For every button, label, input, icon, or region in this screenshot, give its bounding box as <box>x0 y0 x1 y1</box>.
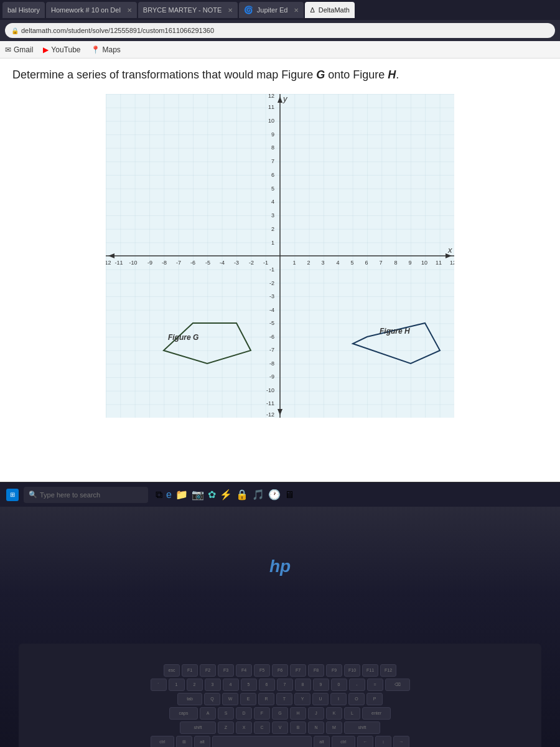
bookmark-gmail-label: Gmail <box>14 45 33 54</box>
bookmark-youtube[interactable]: ▶ YouTube <box>43 45 80 54</box>
edge-icon[interactable]: e <box>166 489 172 500</box>
key-m[interactable]: M <box>326 721 342 734</box>
key-right[interactable]: → <box>393 736 409 748</box>
key-2[interactable]: 2 <box>187 679 203 691</box>
audio-icon[interactable]: 🎵 <box>252 489 264 500</box>
monitor-icon[interactable]: 🖥 <box>284 489 294 500</box>
tab-homework-close[interactable]: ✕ <box>127 7 132 14</box>
key-z[interactable]: Z <box>218 721 234 734</box>
key-equal[interactable]: = <box>367 679 383 691</box>
key-f8[interactable]: F8 <box>308 664 324 677</box>
key-h[interactable]: H <box>290 707 306 720</box>
key-r[interactable]: R <box>258 693 274 705</box>
key-c[interactable]: C <box>254 721 270 734</box>
key-win[interactable]: ⊞ <box>176 736 192 748</box>
key-j[interactable]: J <box>308 707 324 720</box>
key-shift-r[interactable]: shift <box>344 721 380 734</box>
key-o[interactable]: O <box>348 693 365 705</box>
svg-text:-4: -4 <box>220 260 225 266</box>
key-b[interactable]: B <box>290 721 306 734</box>
key-f6[interactable]: F6 <box>272 664 288 677</box>
key-v[interactable]: V <box>272 721 288 734</box>
key-minus[interactable]: - <box>349 679 365 691</box>
key-g[interactable]: G <box>272 707 288 720</box>
key-s[interactable]: S <box>218 707 234 720</box>
search-input[interactable] <box>40 491 139 499</box>
key-e[interactable]: E <box>240 693 256 705</box>
taskview-icon[interactable]: ⧉ <box>156 489 162 500</box>
key-up-down[interactable]: ↕ <box>375 736 391 748</box>
key-7[interactable]: 7 <box>277 679 293 691</box>
key-ctrl-l[interactable]: ctrl <box>151 736 174 748</box>
key-d[interactable]: D <box>236 707 252 720</box>
key-f[interactable]: F <box>254 707 270 720</box>
key-w[interactable]: W <box>222 693 238 705</box>
key-y[interactable]: Y <box>294 693 310 705</box>
key-f11[interactable]: F11 <box>362 664 378 677</box>
key-5[interactable]: 5 <box>241 679 257 691</box>
file-explorer-icon[interactable]: 📁 <box>175 489 188 500</box>
key-f2[interactable]: F2 <box>200 664 216 677</box>
bookmark-youtube-label: YouTube <box>51 45 80 54</box>
address-bar[interactable]: 🔒 deltamath.com/student/solve/12555891/c… <box>5 23 555 38</box>
lock-icon[interactable]: 🔒 <box>236 489 248 500</box>
key-enter[interactable]: enter <box>362 707 391 720</box>
tab-notes[interactable]: BRYCE MARTEY - NOTE ✕ <box>138 2 238 18</box>
key-ctrl-r[interactable]: ctrl <box>332 736 355 748</box>
key-t[interactable]: T <box>276 693 292 705</box>
key-9[interactable]: 9 <box>313 679 329 691</box>
key-caps[interactable]: caps <box>169 707 198 720</box>
key-8[interactable]: 8 <box>295 679 311 691</box>
key-n[interactable]: N <box>308 721 324 734</box>
key-backtick[interactable]: ` <box>151 679 167 691</box>
key-left[interactable]: ← <box>357 736 373 748</box>
key-q[interactable]: Q <box>204 693 220 705</box>
key-i[interactable]: I <box>330 693 347 705</box>
tab-jupiter[interactable]: 🌀 Jupiter Ed ✕ <box>239 2 304 18</box>
key-f3[interactable]: F3 <box>218 664 234 677</box>
settings-icon[interactable]: ✿ <box>208 489 216 500</box>
key-space[interactable] <box>212 736 312 748</box>
key-p[interactable]: P <box>366 693 383 705</box>
windows-start-button[interactable]: ⊞ <box>6 489 19 501</box>
keyboard-row-2: ` 1 2 3 4 5 6 7 8 9 0 - = ⌫ <box>151 679 410 691</box>
svg-text:-8: -8 <box>269 360 274 367</box>
key-4[interactable]: 4 <box>223 679 239 691</box>
key-0[interactable]: 0 <box>331 679 347 691</box>
key-backspace[interactable]: ⌫ <box>385 679 410 691</box>
key-f10[interactable]: F10 <box>344 664 360 677</box>
media-icon[interactable]: 📷 <box>192 489 204 500</box>
key-f5[interactable]: F5 <box>254 664 270 677</box>
key-f1[interactable]: F1 <box>182 664 198 677</box>
lightning-icon[interactable]: ⚡ <box>220 489 232 500</box>
key-alt-l[interactable]: alt <box>194 736 210 748</box>
key-tab[interactable]: tab <box>177 693 202 705</box>
svg-text:5: 5 <box>350 260 353 266</box>
key-x[interactable]: X <box>236 721 252 734</box>
tab-homework[interactable]: Homework # 10 on Del ✕ <box>46 2 137 18</box>
key-shift-l[interactable]: shift <box>180 721 216 734</box>
key-l[interactable]: L <box>344 707 360 720</box>
key-1[interactable]: 1 <box>169 679 185 691</box>
tab-history[interactable]: bal History <box>2 2 45 18</box>
key-3[interactable]: 3 <box>205 679 221 691</box>
tab-jupiter-close[interactable]: ✕ <box>294 7 299 14</box>
key-u[interactable]: U <box>312 693 329 705</box>
svg-text:4: 4 <box>336 260 339 266</box>
key-f12[interactable]: F12 <box>380 664 396 677</box>
tab-deltamath[interactable]: Δ DeltaMath <box>305 2 355 18</box>
tab-notes-close[interactable]: ✕ <box>228 7 233 14</box>
key-6[interactable]: 6 <box>259 679 275 691</box>
key-f9[interactable]: F9 <box>326 664 342 677</box>
svg-text:9: 9 <box>408 260 411 266</box>
key-k[interactable]: K <box>326 707 342 720</box>
key-esc[interactable]: esc <box>164 664 180 677</box>
bookmark-maps[interactable]: 📍 Maps <box>91 45 121 54</box>
search-bar[interactable]: 🔍 <box>24 487 148 503</box>
key-f7[interactable]: F7 <box>290 664 306 677</box>
key-a[interactable]: A <box>200 707 216 720</box>
bookmark-gmail[interactable]: ✉ Gmail <box>5 45 33 54</box>
key-alt-r[interactable]: alt <box>314 736 330 748</box>
jupiter-icon: 🌀 <box>244 6 253 14</box>
key-f4[interactable]: F4 <box>236 664 252 677</box>
